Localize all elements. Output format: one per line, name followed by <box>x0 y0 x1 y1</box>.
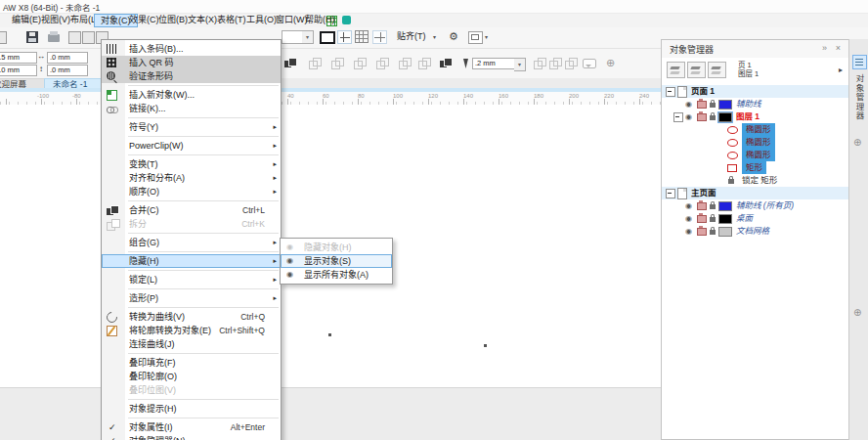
printable-icon[interactable] <box>697 101 707 109</box>
tree-row-layer[interactable]: ◉桌面 <box>662 212 848 225</box>
launch-options-icon[interactable] <box>468 31 483 44</box>
h-offset-field[interactable]: .0 mm <box>47 52 88 64</box>
save-icon[interactable] <box>26 31 38 43</box>
menu-item-15[interactable]: 锁定(L)▸ <box>102 273 281 286</box>
tree-row-object[interactable]: 椭圆形 <box>662 123 848 136</box>
visibility-eye-icon[interactable]: ◉ <box>685 199 692 212</box>
printable-icon[interactable] <box>697 215 707 223</box>
visibility-eye-icon[interactable]: ◉ <box>685 212 692 225</box>
docker-close-icon[interactable]: × <box>836 43 841 53</box>
menu-item-6[interactable]: 符号(Y)▸ <box>102 120 281 134</box>
lock-icon[interactable] <box>710 115 716 120</box>
tree-row-object[interactable]: 椭圆形 <box>662 149 848 161</box>
lock-icon[interactable] <box>710 217 716 222</box>
docker-flyout-arrow-icon[interactable]: ▸ <box>839 66 843 74</box>
outline-width-arrow-icon[interactable]: ▾ <box>514 58 526 71</box>
snap-caret-icon[interactable]: ▾ <box>433 33 436 40</box>
tree-row-layer[interactable]: ◉辅助线 <box>662 98 848 110</box>
menu-item-7[interactable]: PowerClip(W)▸ <box>102 139 281 153</box>
expand-minus-icon[interactable] <box>673 112 683 122</box>
copy-icon[interactable] <box>82 31 95 44</box>
options-gear-icon[interactable]: ⚙ <box>449 30 458 42</box>
menu-item-23[interactable]: 对象提示(H) <box>102 402 281 416</box>
expand-minus-icon[interactable] <box>666 87 675 97</box>
prop-extra-icon-1[interactable] <box>534 58 546 69</box>
outline-width-field[interactable]: .2 mm <box>472 58 515 69</box>
launcher-teal-icon[interactable] <box>342 16 351 24</box>
tree-row-object[interactable]: 矩形 <box>662 161 848 174</box>
object-width-field[interactable]: 3.5 mm <box>0 52 37 64</box>
prop-extra-icon-3[interactable] <box>565 58 578 69</box>
menu-item-8[interactable]: 变换(T)▸ <box>102 157 281 171</box>
fullscreen-preview-icon[interactable] <box>320 31 335 44</box>
menu-item-4[interactable]: 插入新对象(W)... <box>102 88 281 102</box>
layer-color-swatch[interactable] <box>718 214 732 224</box>
menu-item-1[interactable]: 插入条码(B)... <box>102 42 281 56</box>
clipped-toolbar-icon[interactable] <box>0 31 7 44</box>
expand-minus-icon[interactable] <box>666 189 675 198</box>
horizontal-ruler[interactable]: -100-80406080100120140160180200220240 <box>0 92 661 106</box>
cut-icon[interactable] <box>68 31 81 44</box>
weld-icon[interactable] <box>309 58 322 69</box>
menu-item-22[interactable]: 叠印位图(V) <box>102 383 281 397</box>
menu-item-18[interactable]: 将轮廓转换为对象(E)Ctrl+Shift+Q <box>102 324 281 337</box>
object-manager-tab-label[interactable]: 对象管理器 <box>853 74 865 121</box>
layer-manager-view-button[interactable] <box>708 62 726 78</box>
tree-row-page[interactable]: 页面 1 <box>662 85 848 98</box>
menu-item-10[interactable]: 顺序(O)▸ <box>102 185 281 198</box>
menu-item-21[interactable]: 叠印轮廓(O) <box>102 370 281 383</box>
object-height-field[interactable]: 6.0 mm <box>0 65 37 76</box>
zoom-combo-arrow-icon[interactable]: ▾ <box>302 30 314 44</box>
show-grid-icon[interactable] <box>355 30 369 43</box>
lock-icon[interactable] <box>710 204 716 209</box>
quick-customize-toolbar-icon[interactable]: ⊕ <box>606 57 615 68</box>
menu-item-12[interactable]: 拆分Ctrl+K <box>102 217 281 231</box>
prop-extra-icon-2[interactable] <box>549 58 562 69</box>
show-rulers-icon[interactable] <box>337 30 352 44</box>
print-icon[interactable] <box>48 34 60 42</box>
hide-submenu-item-3[interactable]: ◉显示所有对象(A) <box>281 268 392 282</box>
object-hint-bubble-icon[interactable] <box>583 59 596 68</box>
tree-row-layer[interactable]: ◉图层 1 <box>662 110 848 123</box>
v-offset-field[interactable]: .0 mm <box>47 65 88 76</box>
new-layer-button[interactable] <box>667 62 685 78</box>
intersect-icon[interactable] <box>354 58 367 69</box>
menu-item-5[interactable]: 链接(K)... <box>102 102 281 115</box>
combine-tool-icon[interactable] <box>284 58 297 69</box>
simplify-icon[interactable] <box>376 58 389 69</box>
object-manager-tab-icon[interactable] <box>852 55 867 69</box>
front-minus-back-icon[interactable] <box>399 58 412 69</box>
visibility-eye-icon[interactable]: ◉ <box>685 98 692 110</box>
snap-to-button[interactable]: 贴齐(T) <box>397 29 426 43</box>
menubar-item-11[interactable]: 帮助(H) <box>299 14 341 26</box>
back-minus-front-icon[interactable] <box>418 58 431 69</box>
tree-row-page[interactable]: 主页面 <box>662 187 848 199</box>
visibility-eye-icon[interactable]: ◉ <box>685 225 692 238</box>
docker-collapse-icon[interactable]: » <box>822 43 827 53</box>
hide-submenu-item-1[interactable]: ◉隐藏对象(H) <box>281 241 392 254</box>
options-caret-icon[interactable]: ▾ <box>485 33 488 40</box>
menu-item-14[interactable]: 隐藏(H)▸ <box>102 254 281 268</box>
menu-item-25[interactable]: ✓对象管理器(N) <box>102 434 281 440</box>
printable-icon[interactable] <box>697 202 707 210</box>
printable-icon[interactable] <box>697 228 707 236</box>
menu-item-16[interactable]: 造形(P)▸ <box>102 291 281 305</box>
menu-item-24[interactable]: ✓对象属性(I)Alt+Enter <box>102 420 281 434</box>
canvas-object-dot-1[interactable] <box>328 333 331 336</box>
menu-item-11[interactable]: 合并(C)Ctrl+L <box>102 203 281 217</box>
menu-item-9[interactable]: 对齐和分布(A)▸ <box>102 171 281 185</box>
lock-icon[interactable] <box>710 230 716 235</box>
visibility-eye-icon[interactable]: ◉ <box>685 110 692 123</box>
menu-item-3[interactable]: 验证条形码 <box>102 69 281 83</box>
menu-item-17[interactable]: 转换为曲线(V)Ctrl+Q <box>102 310 281 324</box>
create-boundary-icon[interactable] <box>440 58 453 69</box>
menu-item-19[interactable]: 连接曲线(J) <box>102 337 281 351</box>
show-guidelines-icon[interactable] <box>372 30 387 44</box>
tree-row-layer[interactable]: ◉文档网格 <box>662 225 848 238</box>
tree-row-layer[interactable]: ◉辅助线 (所有页) <box>662 199 848 212</box>
printable-icon[interactable] <box>697 113 707 121</box>
layer-color-swatch[interactable] <box>718 100 732 110</box>
lock-icon[interactable] <box>710 103 716 108</box>
layer-color-swatch[interactable] <box>718 201 732 211</box>
tree-row-object[interactable]: 椭圆形 <box>662 136 848 149</box>
